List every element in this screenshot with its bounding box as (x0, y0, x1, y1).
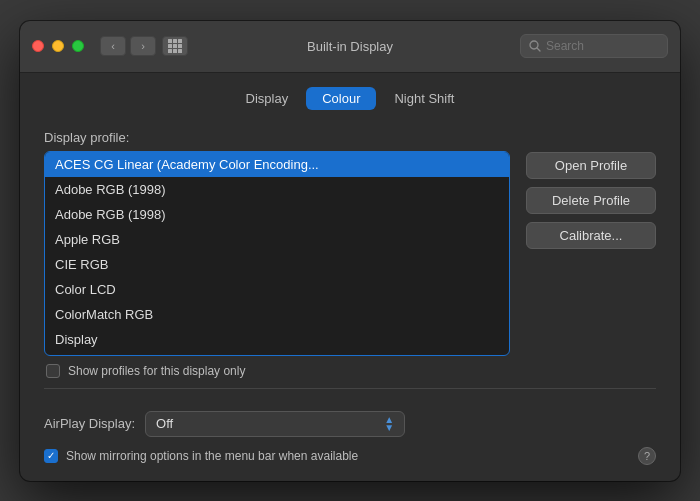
titlebar: ‹ › Built-in Display (20, 21, 680, 73)
traffic-lights (32, 40, 84, 52)
back-button[interactable]: ‹ (100, 36, 126, 56)
mirroring-row: ✓ Show mirroring options in the menu bar… (44, 447, 656, 465)
tab-display[interactable]: Display (230, 87, 305, 110)
minimize-button[interactable] (52, 40, 64, 52)
show-profiles-checkbox[interactable] (46, 364, 60, 378)
airplay-label: AirPlay Display: (44, 416, 135, 431)
search-icon (529, 40, 541, 52)
profile-label: Display profile: (44, 130, 510, 145)
show-profiles-row: Show profiles for this display only (44, 364, 510, 378)
window-title: Built-in Display (307, 39, 393, 54)
airplay-select[interactable]: Off ▲▼ (145, 411, 405, 437)
grid-button[interactable] (162, 36, 188, 56)
list-item[interactable]: ACES CG Linear (Academy Color Encoding..… (45, 152, 509, 177)
profile-list-inner[interactable]: ACES CG Linear (Academy Color Encoding..… (45, 152, 509, 355)
list-item[interactable]: Color LCD (45, 277, 509, 302)
open-profile-button[interactable]: Open Profile (526, 152, 656, 179)
airplay-value: Off (156, 416, 173, 431)
tab-colour[interactable]: Colour (306, 87, 376, 110)
profile-list: ACES CG Linear (Academy Color Encoding..… (44, 151, 510, 356)
list-item[interactable]: Display P3 (45, 352, 509, 355)
back-icon: ‹ (111, 40, 115, 52)
delete-profile-button[interactable]: Delete Profile (526, 187, 656, 214)
checkmark-icon: ✓ (47, 451, 55, 461)
calibrate-button[interactable]: Calibrate... (526, 222, 656, 249)
tabs-bar: Display Colour Night Shift (20, 73, 680, 120)
search-input[interactable] (546, 39, 659, 53)
forward-button[interactable]: › (130, 36, 156, 56)
profile-section: Display profile: ACES CG Linear (Academy… (44, 130, 656, 378)
list-item[interactable]: Display (45, 327, 509, 352)
maximize-button[interactable] (72, 40, 84, 52)
show-profiles-label: Show profiles for this display only (68, 364, 245, 378)
divider (44, 388, 656, 389)
mirroring-label: Show mirroring options in the menu bar w… (66, 449, 358, 463)
profile-right: Open Profile Delete Profile Calibrate... (526, 130, 656, 378)
search-bar[interactable] (520, 34, 668, 58)
list-item[interactable]: Adobe RGB (1998) (45, 177, 509, 202)
tab-night-shift[interactable]: Night Shift (378, 87, 470, 110)
content-area: Display profile: ACES CG Linear (Academy… (20, 120, 680, 481)
airplay-row: AirPlay Display: Off ▲▼ (44, 411, 656, 437)
list-item[interactable]: Adobe RGB (1998) (45, 202, 509, 227)
forward-icon: › (141, 40, 145, 52)
grid-icon (168, 39, 182, 53)
airplay-dropdown-icon: ▲▼ (384, 416, 394, 432)
list-item[interactable]: CIE RGB (45, 252, 509, 277)
list-item[interactable]: ColorMatch RGB (45, 302, 509, 327)
list-item[interactable]: Apple RGB (45, 227, 509, 252)
mirroring-checkbox[interactable]: ✓ (44, 449, 58, 463)
nav-buttons: ‹ › (100, 36, 156, 56)
profile-left: Display profile: ACES CG Linear (Academy… (44, 130, 510, 378)
main-window: ‹ › Built-in Display Display (20, 21, 680, 481)
help-button[interactable]: ? (638, 447, 656, 465)
close-button[interactable] (32, 40, 44, 52)
svg-line-1 (537, 48, 540, 51)
